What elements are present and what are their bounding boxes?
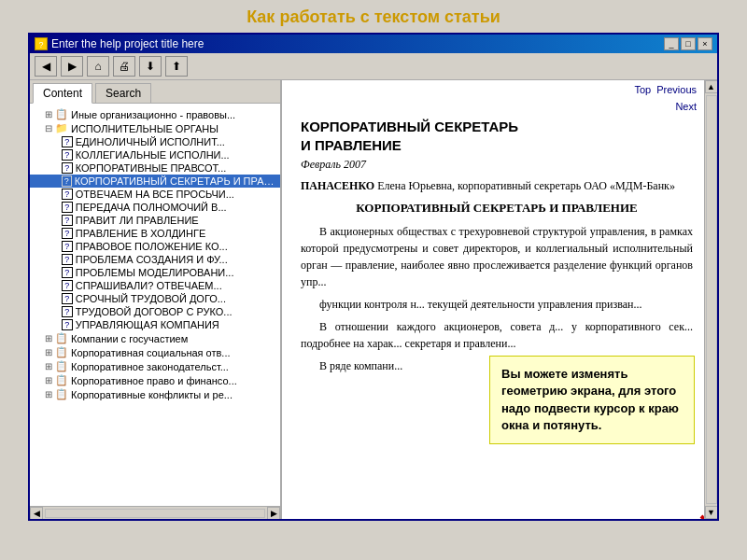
vertical-scrollbar[interactable]: ▲ ▼ bbox=[704, 80, 717, 519]
item-label: ПРОБЛЕМА СОЗДАНИЯ И ФУ... bbox=[76, 254, 228, 265]
list-item[interactable]: ⊞ 📋 Корпоративные конфликты и ре... bbox=[30, 387, 280, 401]
expand-icon bbox=[56, 137, 59, 147]
tooltip: Вы можете изменять геометрию экрана, для… bbox=[489, 356, 695, 444]
article-author: ПАНАСЕНКО Елена Юрьевна, корпоративный с… bbox=[301, 179, 693, 193]
list-item[interactable]: ⊟ 📁 ИСПОЛНИТЕЛЬНЫЕ ОРГАНЫ bbox=[30, 121, 280, 135]
item-label: Корпоративная социальная отв... bbox=[71, 347, 231, 358]
list-item[interactable]: ⊞ 📋 Корпоративное законодательст... bbox=[30, 359, 280, 373]
list-item[interactable]: ⊞ 📋 Корпоративная социальная отв... bbox=[30, 345, 280, 359]
page-title: Как работать с текстом статьи bbox=[0, 0, 747, 33]
left-panel: Content Search ⊞ 📋 Иные организационно -… bbox=[30, 80, 282, 519]
list-item[interactable]: ? ЕДИНОЛИЧНЫЙ ИСПОЛНИТ... bbox=[30, 135, 280, 148]
list-item[interactable]: ⊞ 📋 Корпоративное право и финансо... bbox=[30, 373, 280, 387]
article-date: Февраль 2007 bbox=[301, 158, 693, 172]
up-button[interactable]: ⬆ bbox=[165, 56, 188, 77]
expand-icon: ⊟ bbox=[45, 123, 52, 133]
expand-icon bbox=[56, 203, 59, 213]
down-button[interactable]: ⬇ bbox=[139, 56, 162, 77]
item-label: Компании с госучастием bbox=[71, 333, 188, 344]
item-label: СРОЧНЫЙ ТРУДОВОЙ ДОГО... bbox=[76, 293, 226, 304]
help-icon: ? bbox=[62, 280, 73, 291]
tree-area[interactable]: ⊞ 📋 Иные организационно - правовы... ⊟ 📁… bbox=[30, 104, 280, 506]
expand-icon bbox=[56, 307, 59, 317]
list-item[interactable]: ? ПРОБЛЕМА СОЗДАНИЯ И ФУ... bbox=[30, 253, 280, 266]
list-item[interactable]: ? КОРПОРАТИВНЫЕ ПРАВСОТ... bbox=[30, 161, 280, 175]
author-rest: Елена Юрьевна, корпоративный секретарь О… bbox=[374, 179, 675, 192]
expand-icon bbox=[56, 216, 59, 226]
body-paragraph-1: В акционерных обществах с трехуровневой … bbox=[301, 223, 693, 290]
next-link[interactable]: Next bbox=[675, 101, 697, 112]
article-title: КОРПОРАТИВНЫЙ СЕКРЕТАРЬ И ПРАВЛЕНИЕ bbox=[301, 118, 693, 154]
tab-content[interactable]: Content bbox=[33, 83, 92, 104]
maximize-button[interactable]: □ bbox=[681, 37, 696, 50]
list-item[interactable]: ? ТРУДОВОЙ ДОГОВОР С РУКО... bbox=[30, 305, 280, 318]
window-title: Enter the help project title here bbox=[51, 37, 204, 50]
back-button[interactable]: ◀ bbox=[35, 56, 57, 77]
help-window: ? Enter the help project title here _ □ … bbox=[28, 33, 719, 521]
right-panel-wrapper: TopPreviousNext КОРПОРАТИВНЫЙ СЕКРЕТАРЬ … bbox=[282, 80, 717, 519]
tab-search[interactable]: Search bbox=[95, 83, 151, 103]
list-item[interactable]: ? СПРАШИВАЛИ? ОТВЕЧАЕМ... bbox=[30, 279, 280, 292]
page-icon: 📋 bbox=[55, 374, 68, 386]
expand-icon: ⊞ bbox=[45, 375, 52, 385]
item-label: УПРАВЛЯЮЩАЯ КОМПАНИЯ bbox=[76, 319, 219, 330]
help-icon: ? bbox=[62, 241, 73, 252]
list-item[interactable]: ⊞ 📋 Иные организационно - правовы... bbox=[30, 107, 280, 121]
previous-link[interactable]: Previous bbox=[656, 84, 697, 95]
help-icon: ? bbox=[62, 162, 73, 174]
list-item[interactable]: ? КОРПОРАТИВНЫЙ СЕКРЕТАРЬ И ПРАВЛЕНИЕ bbox=[30, 175, 280, 188]
minimize-button[interactable]: _ bbox=[664, 37, 679, 50]
article-body: В акционерных обществах с трехуровневой … bbox=[301, 223, 693, 374]
list-item[interactable]: ? ПЕРЕДАЧА ПОЛНОМОЧИЙ В... bbox=[30, 201, 280, 214]
list-item[interactable]: ? ПРАВИТ ЛИ ПРАВЛЕНИЕ bbox=[30, 214, 280, 227]
window-controls: _ □ × bbox=[664, 37, 712, 50]
folder-icon: 📁 bbox=[55, 122, 68, 134]
item-label: ИСПОЛНИТЕЛЬНЫЕ ОРГАНЫ bbox=[71, 123, 218, 134]
expand-icon: ⊞ bbox=[45, 347, 52, 357]
print-button[interactable]: 🖨 bbox=[113, 56, 135, 77]
list-item[interactable]: ? ПРАВОВОЕ ПОЛОЖЕНИЕ КО... bbox=[30, 240, 280, 253]
expand-icon: ⊞ bbox=[45, 109, 52, 119]
scroll-down-button[interactable]: ▼ bbox=[705, 506, 718, 519]
scroll-left-button[interactable]: ◀ bbox=[30, 507, 43, 520]
help-icon: ? bbox=[62, 202, 73, 213]
list-item[interactable]: ? КОЛЛЕГИАЛЬНЫЕ ИСПОЛНИ... bbox=[30, 148, 280, 161]
page-icon: 📋 bbox=[55, 332, 68, 344]
item-label: ПРАВЛЕНИЕ В ХОЛДИНГЕ bbox=[76, 228, 205, 239]
help-icon: ? bbox=[62, 319, 73, 330]
right-panel: TopPreviousNext КОРПОРАТИВНЫЙ СЕКРЕТАРЬ … bbox=[282, 80, 704, 519]
expand-icon: ⊞ bbox=[45, 333, 52, 343]
help-icon: ? bbox=[62, 267, 73, 278]
expand-icon bbox=[56, 268, 59, 278]
close-button[interactable]: × bbox=[698, 37, 712, 50]
expand-icon bbox=[56, 242, 59, 252]
expand-icon bbox=[56, 150, 59, 161]
list-item[interactable]: ? ПРОБЛЕМЫ МОДЕЛИРОВАНИ... bbox=[30, 266, 280, 279]
list-item[interactable]: ? ПРАВЛЕНИЕ В ХОЛДИНГЕ bbox=[30, 227, 280, 240]
list-item[interactable]: ? УПРАВЛЯЮЩАЯ КОМПАНИЯ bbox=[30, 318, 280, 331]
list-item[interactable]: ? СРОЧНЫЙ ТРУДОВОЙ ДОГО... bbox=[30, 292, 280, 305]
page-icon: 📋 bbox=[55, 360, 68, 372]
list-item[interactable]: ⊞ 📋 Компании с госучастием bbox=[30, 331, 280, 345]
scroll-up-button[interactable]: ▲ bbox=[705, 80, 718, 93]
forward-button[interactable]: ▶ bbox=[61, 56, 83, 77]
expand-icon bbox=[56, 189, 59, 200]
expand-icon bbox=[56, 320, 59, 330]
horizontal-scrollbar[interactable]: ◀ ▶ bbox=[30, 506, 280, 519]
article-subtitle: КОРПОРАТИВНЫЙ СЕКРЕТАРЬ И ПРАВЛЕНИЕ bbox=[301, 201, 693, 216]
expand-icon bbox=[56, 229, 59, 239]
expand-icon: ⊞ bbox=[45, 361, 52, 371]
expand-icon bbox=[56, 255, 59, 265]
home-button[interactable]: ⌂ bbox=[87, 56, 109, 77]
item-label: КОРПОРАТИВНЫЙ СЕКРЕТАРЬ И ПРАВЛЕНИЕ bbox=[75, 175, 280, 187]
item-label: ПРАВОВОЕ ПОЛОЖЕНИЕ КО... bbox=[76, 241, 228, 252]
help-icon: ? bbox=[62, 215, 73, 226]
tabs-bar: Content Search bbox=[30, 80, 280, 104]
scroll-right-button[interactable]: ▶ bbox=[267, 507, 280, 520]
list-item[interactable]: ? ОТВЕЧАЕМ НА ВСЕ ПРОСЬЧИ... bbox=[30, 188, 280, 201]
expand-icon bbox=[56, 163, 59, 174]
body-paragraph-3: В отношении каждого акционеров, совета д… bbox=[301, 318, 693, 352]
help-icon: ? bbox=[62, 293, 73, 304]
content-area: Content Search ⊞ 📋 Иные организационно -… bbox=[30, 80, 717, 519]
top-link[interactable]: Top bbox=[634, 84, 651, 95]
